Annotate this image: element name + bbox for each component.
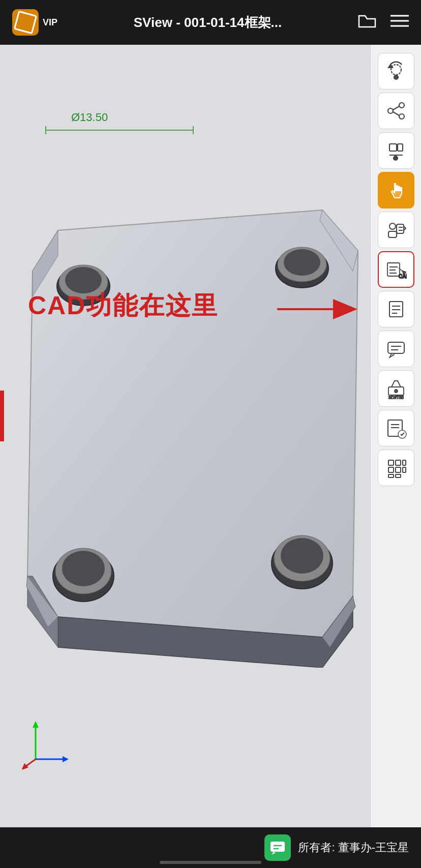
svg-rect-67 bbox=[388, 467, 394, 472]
folder-icon[interactable] bbox=[358, 13, 376, 33]
patent-button[interactable] bbox=[378, 410, 414, 446]
right-toolbar: CAD 3D打印 bbox=[370, 45, 421, 827]
svg-point-33 bbox=[388, 108, 393, 113]
svg-rect-68 bbox=[396, 467, 401, 472]
app-logo: VIP bbox=[12, 9, 57, 36]
app-header: VIP SView - 001-01-14框架... bbox=[0, 0, 421, 45]
comment-button[interactable] bbox=[378, 331, 414, 367]
svg-marker-28 bbox=[388, 65, 393, 68]
svg-line-35 bbox=[393, 112, 399, 115]
svg-rect-65 bbox=[388, 460, 394, 465]
svg-rect-69 bbox=[388, 474, 394, 477]
svg-rect-73 bbox=[270, 842, 285, 852]
svg-point-39 bbox=[394, 156, 398, 160]
svg-point-15 bbox=[62, 551, 105, 586]
bom-button[interactable] bbox=[378, 291, 414, 327]
svg-point-12 bbox=[284, 249, 320, 276]
cad-button[interactable]: CAD bbox=[378, 251, 414, 288]
share-button[interactable] bbox=[378, 93, 414, 129]
3dprint-button[interactable]: 3D打印 bbox=[378, 370, 414, 407]
vip-label: VIP bbox=[43, 17, 57, 28]
home-indicator[interactable] bbox=[160, 861, 261, 864]
svg-rect-71 bbox=[403, 460, 406, 465]
reset-view-button[interactable] bbox=[378, 53, 414, 89]
svg-point-31 bbox=[399, 103, 404, 108]
svg-marker-22 bbox=[33, 721, 39, 728]
svg-rect-45 bbox=[387, 263, 400, 276]
svg-rect-70 bbox=[396, 474, 401, 477]
svg-point-59 bbox=[395, 390, 398, 393]
svg-point-27 bbox=[391, 65, 401, 75]
svg-rect-72 bbox=[403, 467, 406, 472]
svg-rect-36 bbox=[389, 144, 397, 151]
collaboration-button[interactable] bbox=[378, 212, 414, 248]
svg-line-34 bbox=[393, 106, 399, 110]
coordinate-axes bbox=[20, 719, 71, 771]
svg-point-32 bbox=[399, 114, 404, 119]
3d-model bbox=[10, 85, 370, 751]
menu-icon[interactable] bbox=[390, 14, 409, 32]
owner-label: 所有者: 董事办-王宝星 bbox=[298, 840, 409, 855]
touch-button[interactable] bbox=[378, 172, 414, 208]
svg-text:3D打印: 3D打印 bbox=[388, 395, 404, 399]
grid-button[interactable] bbox=[378, 450, 414, 486]
svg-rect-66 bbox=[396, 460, 401, 465]
svg-marker-24 bbox=[63, 756, 69, 762]
left-indicator-bar bbox=[0, 391, 4, 441]
svg-text:CAD: CAD bbox=[399, 274, 407, 279]
page-title: SView - 001-01-14框架... bbox=[57, 14, 358, 32]
chat-button[interactable] bbox=[264, 834, 291, 861]
view-mode-button[interactable] bbox=[378, 132, 414, 169]
svg-rect-55 bbox=[388, 342, 404, 353]
svg-rect-42 bbox=[397, 224, 404, 233]
svg-point-18 bbox=[281, 538, 323, 574]
3d-viewport[interactable]: Ø13.50 bbox=[0, 45, 421, 827]
header-actions bbox=[358, 13, 409, 33]
svg-rect-41 bbox=[388, 231, 397, 237]
logo-icon bbox=[12, 9, 39, 36]
svg-rect-37 bbox=[398, 144, 403, 151]
svg-point-40 bbox=[389, 223, 396, 229]
cad-arrow bbox=[28, 289, 384, 330]
